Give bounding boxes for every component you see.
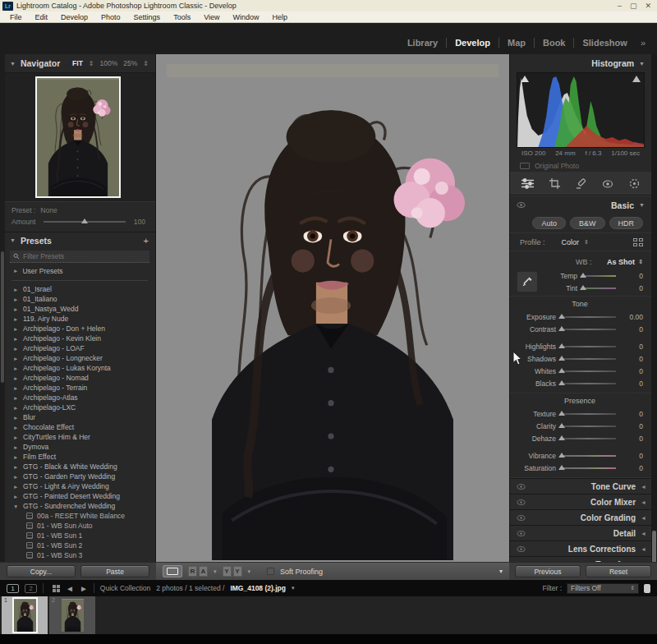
auto-button[interactable]: Auto bbox=[532, 217, 566, 229]
panel-header-row[interactable]: Lens Corrections ◄ bbox=[510, 540, 651, 556]
slider-thumb[interactable] bbox=[558, 343, 565, 348]
zoom-dropdown-icon[interactable]: ⇕ bbox=[143, 60, 149, 67]
folder-collapse-icon[interactable]: ► bbox=[13, 464, 19, 470]
healing-icon[interactable] bbox=[576, 178, 586, 189]
slider-thumb[interactable] bbox=[580, 273, 586, 278]
folder-collapse-icon[interactable]: ► bbox=[13, 306, 19, 312]
menu-item[interactable]: Edit bbox=[29, 13, 55, 21]
folder-collapse-icon[interactable]: ► bbox=[13, 287, 19, 292]
chevron-updown-icon[interactable]: ⇕ bbox=[584, 239, 589, 246]
panel-collapse-icon[interactable]: ◄ bbox=[641, 484, 646, 490]
panel-header-row[interactable]: Color Mixer ◄ bbox=[510, 494, 651, 509]
preset-folder-row[interactable]: ► 119. Airy Nude bbox=[5, 314, 154, 324]
basic-panel-header[interactable]: Basic ▼ bbox=[510, 196, 651, 214]
canvas-area[interactable] bbox=[156, 54, 509, 562]
before-after-view-button[interactable]: Y bbox=[233, 566, 242, 577]
slider-thumb[interactable] bbox=[558, 368, 565, 373]
current-filename[interactable]: IMG_4108 (2).jpg bbox=[230, 584, 286, 592]
menu-item[interactable]: View bbox=[197, 13, 226, 21]
preset-folder-row[interactable]: ► Archipelago - Lukas Korynta bbox=[5, 363, 154, 373]
reference-view-button[interactable]: A bbox=[199, 566, 208, 577]
chevron-down-icon[interactable]: ▾ bbox=[248, 568, 251, 575]
zoom-fit-button[interactable]: FIT bbox=[72, 59, 83, 67]
right-scrollbar[interactable] bbox=[651, 54, 657, 562]
menu-item[interactable]: Help bbox=[266, 13, 295, 21]
close-icon[interactable]: ✕ bbox=[645, 2, 651, 10]
panel-switch-icon[interactable] bbox=[517, 529, 526, 538]
profile-browser-icon[interactable] bbox=[633, 238, 643, 246]
menu-item[interactable]: Photo bbox=[94, 13, 127, 21]
shadow-clipping-icon[interactable] bbox=[521, 76, 529, 82]
navigator-preview[interactable] bbox=[0, 72, 155, 202]
before-after-view-button[interactable]: Y bbox=[223, 566, 232, 577]
minimize-icon[interactable]: – bbox=[618, 2, 622, 10]
collapse-down-icon[interactable]: ▼ bbox=[10, 61, 16, 67]
preset-folder-row[interactable]: ► Archipelago - LOAF bbox=[5, 343, 154, 353]
folder-collapse-icon[interactable]: ► bbox=[13, 494, 19, 499]
slider-thumb[interactable] bbox=[558, 356, 565, 361]
toolbar-overflow-icon[interactable]: ▾ bbox=[499, 568, 503, 575]
reference-view-button[interactable]: R bbox=[188, 566, 197, 577]
folder-collapse-icon[interactable]: ► bbox=[13, 375, 19, 381]
preset-folder-row[interactable]: ► Archipelago - Longnecker bbox=[5, 353, 154, 363]
folder-collapse-icon[interactable]: ► bbox=[13, 326, 19, 332]
folder-collapse-icon[interactable]: ► bbox=[13, 385, 19, 391]
panel-header-row[interactable]: Detail ◄ bbox=[510, 525, 651, 540]
folder-collapse-icon[interactable]: ► bbox=[13, 405, 19, 411]
preset-row[interactable]: 01 - WB Sun Auto bbox=[5, 521, 154, 531]
slider-track[interactable] bbox=[583, 288, 616, 289]
filename-dropdown-icon[interactable]: ▾ bbox=[292, 585, 295, 591]
filter-select[interactable]: Filters Off ⇕ bbox=[567, 583, 639, 594]
preset-row[interactable]: 00a - RESET White Balance bbox=[5, 511, 154, 521]
slider-track[interactable] bbox=[562, 426, 616, 427]
paste-button[interactable]: Paste bbox=[80, 565, 149, 577]
maximize-icon[interactable]: ▢ bbox=[630, 2, 637, 10]
slider-track[interactable] bbox=[583, 275, 616, 277]
panel-collapse-icon[interactable]: ◄ bbox=[641, 546, 646, 552]
user-presets-row[interactable]: ► User Presets bbox=[5, 264, 154, 277]
next-photo-arrow-icon[interactable]: ► bbox=[80, 584, 88, 593]
slider-track[interactable] bbox=[562, 329, 616, 330]
module-tab[interactable]: Book bbox=[535, 38, 575, 48]
navigator-thumbnail[interactable] bbox=[35, 76, 121, 198]
menu-item[interactable]: Tools bbox=[167, 13, 197, 21]
grid-view-icon[interactable] bbox=[53, 585, 60, 592]
folder-collapse-icon[interactable]: ▼ bbox=[13, 504, 19, 509]
preset-folder-row[interactable]: ► Archipelago - Don + Helen bbox=[5, 324, 154, 334]
quick-collection-label[interactable]: Quick Collection bbox=[100, 584, 150, 592]
folder-collapse-icon[interactable]: ► bbox=[13, 474, 19, 480]
slider-track[interactable] bbox=[562, 383, 616, 384]
soft-proofing-checkbox[interactable] bbox=[267, 568, 274, 575]
zoom-100-button[interactable]: 100% bbox=[100, 59, 118, 67]
basic-adjustments-icon[interactable] bbox=[521, 178, 534, 189]
preset-folder-row[interactable]: ► Chocolate Effect bbox=[5, 422, 154, 432]
menu-item[interactable]: Develop bbox=[54, 13, 94, 21]
folder-collapse-icon[interactable]: ► bbox=[13, 346, 19, 352]
panel-switch-icon[interactable] bbox=[517, 498, 526, 507]
panel-switch-icon[interactable] bbox=[517, 513, 526, 522]
preset-folder-row[interactable]: ► GTG - Garden Party Wedding bbox=[5, 472, 154, 481]
slider-thumb[interactable] bbox=[558, 453, 565, 458]
slider-track[interactable] bbox=[562, 467, 616, 469]
folder-collapse-icon[interactable]: ► bbox=[13, 444, 19, 450]
module-tab[interactable]: Map bbox=[499, 38, 535, 48]
preset-folder-row[interactable]: ▼ GTG - Sundrenched Wedding bbox=[5, 501, 154, 511]
module-tab[interactable]: Library bbox=[399, 38, 447, 48]
preset-folder-row[interactable]: ► 01_Nastya_Wedd bbox=[5, 304, 154, 314]
preset-folder-row[interactable]: ► Archipelago-Atlas bbox=[5, 393, 154, 402]
masking-icon[interactable] bbox=[629, 178, 640, 189]
folder-collapse-icon[interactable]: ► bbox=[13, 425, 19, 430]
chevron-down-icon[interactable]: ▾ bbox=[214, 568, 217, 575]
preset-folder-row[interactable]: ► Archipelago - Terrain bbox=[5, 383, 154, 393]
collapse-down-icon[interactable]: ▼ bbox=[10, 237, 16, 243]
preset-folder-row[interactable]: ► GTG - Painted Desert Wedding bbox=[5, 491, 154, 501]
collapse-down-icon[interactable]: ▼ bbox=[639, 202, 645, 208]
slider-thumb[interactable] bbox=[558, 423, 565, 428]
folder-collapse-icon[interactable]: ► bbox=[13, 316, 19, 322]
folder-collapse-icon[interactable]: ► bbox=[13, 395, 19, 401]
loupe-view-button[interactable] bbox=[163, 565, 182, 577]
chevron-updown-icon[interactable]: ⇕ bbox=[638, 259, 643, 265]
previous-button[interactable]: Previous bbox=[515, 565, 581, 577]
panel-header-row[interactable]: Tone Curve ◄ bbox=[510, 478, 651, 494]
panel-header-row[interactable]: Color Grading ◄ bbox=[510, 509, 651, 525]
